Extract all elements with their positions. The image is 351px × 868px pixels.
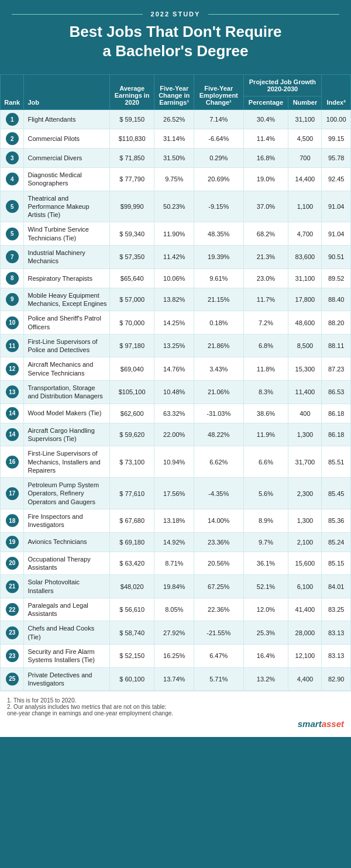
avg-earnings-cell: $ 57,350	[109, 246, 154, 269]
rank-badge: 23	[6, 649, 19, 662]
proj-pct-cell: 11.4%	[243, 129, 288, 149]
proj-num-cell: 4,400	[288, 667, 322, 691]
rank-badge: 12	[6, 363, 19, 376]
table-row: 23 Chefs and Head Cooks (Tie) $ 58,740 2…	[1, 621, 351, 645]
five-yr-earn-cell: 11.90%	[154, 222, 194, 246]
rank-badge: 25	[6, 673, 19, 686]
table-row: 19 Avionics Technicians $ 69,180 14.92% …	[1, 532, 351, 552]
job-name-cell: Private Detectives and Investigators	[24, 667, 109, 691]
proj-num-cell: 2,300	[288, 478, 322, 509]
avg-earnings-cell: $ 56,610	[109, 598, 154, 621]
job-name-cell: Diagnostic Medical Sonographers	[24, 168, 109, 191]
table-body: 1 Flight Attendants $ 59,150 26.52% 7.14…	[1, 110, 351, 691]
rank-badge: 18	[6, 514, 19, 527]
footer-note2b: one-year change in earnings and one-year…	[7, 710, 344, 717]
col-index: Index²	[322, 75, 351, 110]
table-row: 21 Solar Photovoltaic Installers $48,020…	[1, 575, 351, 598]
data-table-wrap: Rank Job Average Earnings in 2020 Five-Y…	[0, 74, 351, 737]
five-yr-emp-cell: 6.62%	[194, 446, 243, 478]
rank-cell: 1	[1, 110, 24, 129]
col-job: Job	[24, 75, 109, 110]
rank-badge: 13	[6, 385, 19, 398]
five-yr-emp-cell: 48.35%	[194, 222, 243, 246]
table-row: 20 Occupational Therapy Assistants $ 63,…	[1, 552, 351, 575]
footer-note2: 2. Our analysis includes two metrics tha…	[7, 704, 344, 710]
five-yr-earn-cell: 31.14%	[154, 129, 194, 149]
five-yr-emp-cell: 22.36%	[194, 598, 243, 621]
table-row: 10 Police and Sheriff's Patrol Officers …	[1, 311, 351, 335]
rank-badge: 5	[6, 200, 19, 213]
five-yr-emp-cell: 6.47%	[194, 644, 243, 667]
rank-cell: 11	[1, 334, 24, 357]
rank-badge: 22	[6, 603, 19, 616]
proj-pct-cell: 23.0%	[243, 268, 288, 288]
job-name-cell: Solar Photovoltaic Installers	[24, 575, 109, 598]
five-yr-earn-cell: 63.32%	[154, 404, 194, 423]
proj-num-cell: 8,500	[288, 334, 322, 357]
five-yr-emp-cell: 19.39%	[194, 246, 243, 269]
page-header: 2022 STUDY Best Jobs That Don't Require …	[0, 0, 351, 74]
rank-cell: 10	[1, 311, 24, 335]
study-badge-row: 2022 STUDY	[12, 11, 339, 18]
col-avg-earnings: Average Earnings in 2020	[109, 75, 154, 110]
page-container: 2022 STUDY Best Jobs That Don't Require …	[0, 0, 351, 737]
proj-pct-cell: 52.1%	[243, 575, 288, 598]
index-cell: 85.36	[322, 509, 351, 533]
proj-num-cell: 1,100	[288, 191, 322, 222]
job-name-cell: Petroleum Pump System Operators, Refiner…	[24, 478, 109, 509]
five-yr-earn-cell: 10.06%	[154, 268, 194, 288]
index-cell: 91.04	[322, 191, 351, 222]
five-yr-earn-cell: 22.00%	[154, 423, 194, 446]
proj-num-cell: 6,100	[288, 575, 322, 598]
rank-cell: 7	[1, 246, 24, 269]
proj-pct-cell: 8.3%	[243, 381, 288, 404]
col-proj-pct: Percentage	[243, 97, 288, 110]
index-cell: 87.23	[322, 357, 351, 381]
header-line-left	[12, 14, 143, 15]
job-name-cell: Theatrical and Performance Makeup Artist…	[24, 191, 109, 222]
job-name-cell: Police and Sheriff's Patrol Officers	[24, 311, 109, 335]
table-row: 1 Flight Attendants $ 59,150 26.52% 7.14…	[1, 110, 351, 129]
index-cell: 84.01	[322, 575, 351, 598]
table-row: 13 Transportation, Storage and Distribut…	[1, 381, 351, 404]
proj-num-cell: 14,400	[288, 168, 322, 191]
avg-earnings-cell: $48,020	[109, 575, 154, 598]
avg-earnings-cell: $ 59,620	[109, 423, 154, 446]
avg-earnings-cell: $ 69,180	[109, 532, 154, 552]
index-cell: 83.13	[322, 621, 351, 645]
proj-num-cell: 2,100	[288, 532, 322, 552]
five-yr-emp-cell: 14.00%	[194, 509, 243, 533]
index-cell: 92.45	[322, 168, 351, 191]
index-cell: 95.78	[322, 149, 351, 168]
five-yr-emp-cell: -6.64%	[194, 129, 243, 149]
table-row: 17 Petroleum Pump System Operators, Refi…	[1, 478, 351, 509]
index-cell: 100.00	[322, 110, 351, 129]
table-row: 2 Commercial Pilots $110,830 31.14% -6.6…	[1, 129, 351, 149]
col-header-row: Rank Job Average Earnings in 2020 Five-Y…	[1, 75, 351, 97]
index-cell: 86.53	[322, 381, 351, 404]
job-name-cell: Fire Inspectors and Investigators	[24, 509, 109, 533]
proj-pct-cell: 12.0%	[243, 598, 288, 621]
rank-cell: 5	[1, 191, 24, 222]
header-line-right	[208, 14, 339, 15]
five-yr-earn-cell: 10.48%	[154, 381, 194, 404]
job-name-cell: First-Line Supervisors of Police and Det…	[24, 334, 109, 357]
main-table: Rank Job Average Earnings in 2020 Five-Y…	[0, 74, 351, 691]
avg-earnings-cell: $ 63,420	[109, 552, 154, 575]
proj-pct-cell: 68.2%	[243, 222, 288, 246]
index-cell: 88.11	[322, 334, 351, 357]
five-yr-earn-cell: 16.25%	[154, 644, 194, 667]
five-yr-emp-cell: 9.61%	[194, 268, 243, 288]
footer: 1. This is for 2015 to 2020. 2. Our anal…	[0, 691, 351, 737]
avg-earnings-cell: $ 60,100	[109, 667, 154, 691]
table-row: 3 Commercial Divers $ 71,850 31.50% 0.29…	[1, 149, 351, 168]
five-yr-earn-cell: 13.82%	[154, 288, 194, 311]
rank-badge: 5	[6, 228, 19, 240]
rank-cell: 4	[1, 168, 24, 191]
five-yr-earn-cell: 14.25%	[154, 311, 194, 335]
avg-earnings-cell: $ 77,610	[109, 478, 154, 509]
five-yr-earn-cell: 14.92%	[154, 532, 194, 552]
index-cell: 88.40	[322, 288, 351, 311]
rank-cell: 2	[1, 129, 24, 149]
job-name-cell: Commercial Divers	[24, 149, 109, 168]
